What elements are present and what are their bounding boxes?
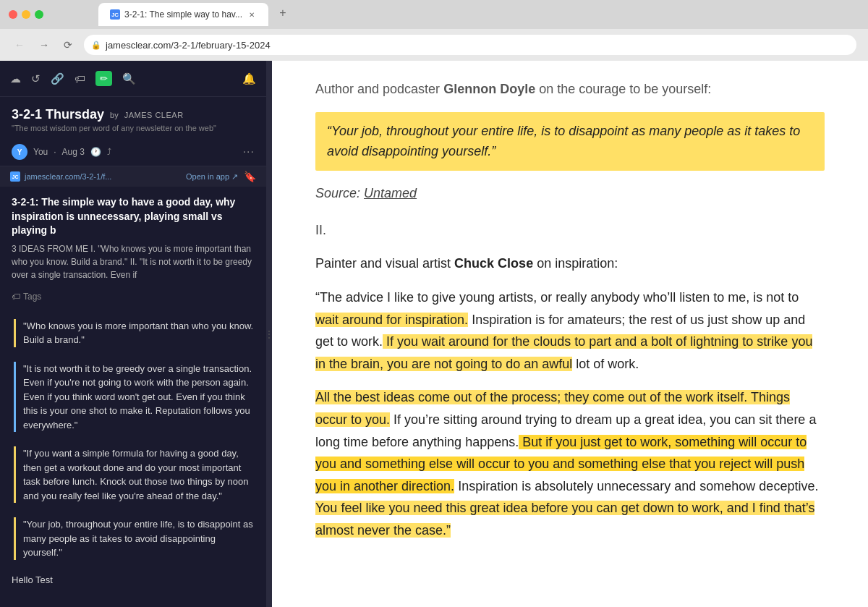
share-icon[interactable]: ⤴: [107, 147, 111, 157]
maximize-button[interactable]: [35, 10, 43, 19]
tab-close-button[interactable]: ✕: [247, 9, 257, 20]
sidebar-title-row: 3-2-1 Thursday by JAMES CLEAR: [12, 107, 255, 122]
source-label: Source:: [315, 186, 360, 200]
address-bar-row: ← → ⟳ 🔒 jamesclear.com/3-2-1/february-15…: [0, 29, 868, 61]
new-tab-button[interactable]: +: [274, 4, 292, 22]
sidebar-header: 3-2-1 Thursday by JAMES CLEAR "The most …: [0, 97, 266, 138]
list-item[interactable]: "Who knows you is more important than wh…: [0, 312, 266, 355]
intro-paragraph: Author and podcaster Glennon Doyle on th…: [315, 78, 825, 101]
date-label: Aug 3: [62, 147, 85, 157]
tab-label: 3-2-1: The simple way to hav...: [124, 9, 242, 20]
long-quote-block: “The advice I like to give young artists…: [315, 286, 825, 375]
quote2-highlight2: If you wait around for the clouds to par…: [315, 334, 812, 371]
list-item[interactable]: "If you want a simple formula for having…: [0, 439, 266, 510]
minimize-button[interactable]: [22, 10, 30, 19]
highlight-text: "Who knows you is more important than wh…: [14, 319, 255, 347]
highlight-text: "Your job, throughout your entire life, …: [14, 517, 255, 560]
sidebar: ☁ ↺ 🔗 🏷 ✏ 🔍 🔔 3-2-1 Thursday by JAMES CL…: [0, 61, 266, 607]
edit-icon[interactable]: ✏: [95, 71, 112, 86]
para2-part3: Inspiration is absolutely unnecessary an…: [454, 479, 818, 493]
para2-highlight3: You feel like you need this great idea b…: [315, 501, 814, 538]
highlight-text: "If you want a simple formula for having…: [14, 446, 255, 503]
bookmark-icon[interactable]: 🔖: [244, 171, 256, 182]
lock-icon: 🔒: [91, 41, 101, 50]
sidebar-main-title: 3-2-1 Thursday: [12, 107, 104, 122]
url-text: jamesclear.com/3-2-1/february-15-2024: [106, 40, 271, 51]
title-bar: JC 3-2-1: The simple way to hav... ✕ +: [0, 0, 868, 29]
forward-button[interactable]: →: [36, 36, 52, 54]
cloud-icon[interactable]: ☁: [10, 72, 21, 85]
note-preview: 3 IDEAS FROM ME I. "Who knows you is mor…: [12, 242, 255, 281]
open-in-app-label: Open in app: [186, 172, 229, 181]
sidebar-subtitle: "The most wisdom per word of any newslet…: [12, 124, 255, 132]
tags-row[interactable]: 🏷 Tags: [0, 287, 266, 306]
intro-suffix: on the courage to be yourself:: [539, 82, 711, 96]
traffic-lights: [9, 10, 43, 19]
app-container: ☁ ↺ 🔗 🏷 ✏ 🔍 🔔 3-2-1 Thursday by JAMES CL…: [0, 61, 868, 607]
intro-text: Author and podcaster: [315, 82, 440, 96]
external-link-icon: ↗: [231, 172, 238, 182]
clock-icon[interactable]: 🕐: [90, 147, 101, 157]
artist-name-bold: Chuck Close: [454, 256, 533, 271]
open-in-app-link[interactable]: Open in app ↗: [186, 172, 238, 182]
source-url-text: jamesclear.com/3-2-1/f...: [25, 172, 111, 181]
quote2-part1: “The advice I like to give young artists…: [315, 290, 799, 305]
note-title: 3-2-1: The simple way to have a good day…: [12, 195, 255, 238]
highlights-list: "Who knows you is more important than wh…: [0, 306, 266, 607]
source-favicon: JC: [10, 171, 20, 182]
sidebar-toolbar: ☁ ↺ 🔗 🏷 ✏ 🔍 🔔: [0, 61, 266, 97]
history-icon[interactable]: ↺: [31, 72, 41, 85]
paragraph-2: All the best ideas come out of the proce…: [315, 386, 825, 541]
section-number: II.: [315, 219, 825, 242]
quote2-part3: lot of work.: [572, 357, 639, 371]
note-source-bar: JC jamesclear.com/3-2-1/f... Open in app…: [0, 166, 266, 187]
main-content: Author and podcaster Glennon Doyle on th…: [272, 61, 868, 607]
search-icon[interactable]: 🔍: [122, 72, 136, 85]
author-name: JAMES CLEAR: [124, 111, 184, 119]
quote-block-1: “Your job, throughout your entire life, …: [315, 112, 825, 171]
resize-handle[interactable]: ⋮: [266, 61, 272, 607]
browser-chrome: JC 3-2-1: The simple way to hav... ✕ + ←…: [0, 0, 868, 61]
author-name-bold: Glennon Doyle: [443, 82, 535, 96]
note-meta: Y You · Aug 3 🕐 ⤴ ···: [0, 138, 266, 166]
source-book-link[interactable]: Untamed: [364, 186, 417, 200]
tag-icon[interactable]: 🏷: [75, 72, 85, 85]
list-item[interactable]: "Your job, throughout your entire life, …: [0, 510, 266, 567]
hello-test-item: Hello Test: [0, 567, 266, 593]
avatar: Y: [12, 144, 27, 160]
notification-icon[interactable]: 🔔: [242, 72, 256, 85]
more-options-button[interactable]: ···: [243, 145, 255, 158]
user-label: You: [33, 147, 48, 157]
by-label: by: [110, 111, 119, 119]
source-link[interactable]: JC jamesclear.com/3-2-1/f...: [10, 171, 111, 182]
close-button[interactable]: [9, 10, 17, 19]
separator-dot: ·: [54, 147, 56, 157]
highlight-text: "It is not worth it to be greedy over a …: [14, 362, 255, 433]
artist-intro-prefix: Painter and visual artist: [315, 256, 451, 271]
artist-intro-suffix: on inspiration:: [537, 256, 618, 271]
tags-icon: 🏷: [12, 292, 20, 302]
reload-button[interactable]: ⟳: [61, 36, 75, 54]
note-meta-left: Y You · Aug 3 🕐 ⤴: [12, 144, 111, 160]
back-button[interactable]: ←: [12, 36, 27, 54]
toolbar-icons: ☁ ↺ 🔗 🏷 ✏ 🔍: [10, 71, 136, 86]
list-item[interactable]: "It is not worth it to be greedy over a …: [0, 355, 266, 440]
active-tab[interactable]: JC 3-2-1: The simple way to hav... ✕: [98, 3, 268, 26]
tab-favicon: JC: [110, 9, 120, 20]
link-icon[interactable]: 🔗: [51, 72, 64, 85]
tags-label: Tags: [23, 292, 41, 302]
address-field[interactable]: 🔒 jamesclear.com/3-2-1/february-15-2024: [84, 35, 856, 55]
artist-intro: Painter and visual artist Chuck Close on…: [315, 252, 825, 275]
quote1-text: “Your job, throughout your entire life, …: [327, 124, 800, 159]
source-reference: Source: Untamed: [315, 182, 825, 205]
quote2-highlight1: wait around for inspiration.: [315, 313, 468, 327]
note-title-area: 3-2-1: The simple way to have a good day…: [0, 187, 266, 287]
